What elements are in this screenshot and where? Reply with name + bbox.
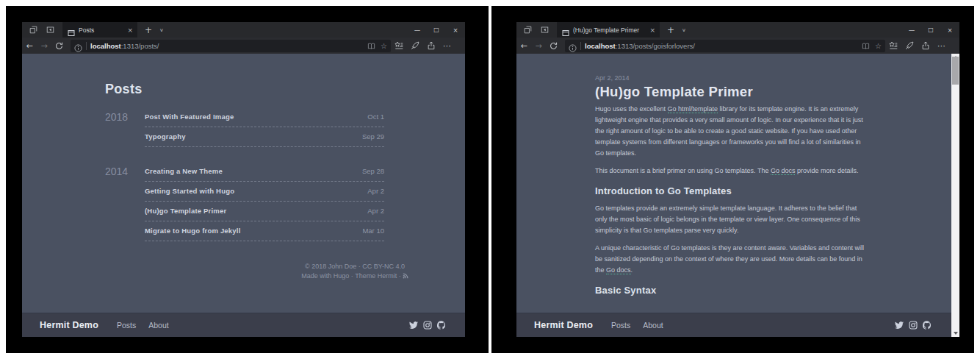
article-date: Apr 2, 2014 [595, 73, 868, 84]
post-link[interactable]: Creating a New Theme Sep 28 [145, 162, 384, 182]
article-title: (Hu)go Template Primer [595, 86, 868, 97]
reading-view-icon[interactable] [862, 42, 870, 50]
browser-window-posts: Posts × + ∨ — □ × ← → localhost:1313/pos… [22, 22, 465, 337]
nav-link-about[interactable]: About [148, 321, 168, 330]
window-controls: — □ × [408, 22, 465, 38]
more-options-icon[interactable]: ⋯ [934, 41, 950, 51]
nav-link-about[interactable]: About [643, 321, 663, 330]
paragraph: Go templates provide an extremely simple… [595, 203, 868, 236]
group-year: 2014 [105, 162, 145, 241]
vertical-scrollbar[interactable] [951, 54, 959, 337]
favorites-hub-icon[interactable] [391, 41, 407, 50]
paragraph: This document is a brief primer on using… [595, 166, 868, 177]
posts-page: Posts 2018 Post With Featured Image Oct … [22, 54, 465, 337]
share-icon[interactable] [423, 41, 439, 50]
github-icon[interactable] [437, 321, 446, 330]
set-tabs-aside-icon[interactable] [27, 25, 39, 35]
web-notes-pen-icon[interactable] [407, 41, 423, 50]
post-link[interactable]: (Hu)go Template Primer Apr 2 [145, 202, 384, 221]
forward-button[interactable]: → [37, 41, 51, 51]
tab-list-chevron-icon[interactable]: ∨ [682, 27, 686, 32]
maximize-button[interactable]: □ [921, 22, 940, 38]
rss-icon[interactable] [403, 272, 408, 278]
tab-title: (Hu)go Template Primer [573, 26, 646, 34]
post-group-2018: 2018 Post With Featured Image Oct 1 Typo… [105, 107, 384, 147]
site-brand-link[interactable]: Hermit Demo [534, 320, 593, 330]
close-window-button[interactable]: × [940, 22, 959, 38]
site-nav-bar: Hermit Demo Posts About [22, 313, 465, 337]
browser-tab[interactable]: (Hu)go Template Primer × [557, 22, 660, 38]
tab-bar: Posts × + ∨ — □ × [22, 22, 465, 38]
tab-list-chevron-icon[interactable]: ∨ [159, 27, 164, 32]
browser-tab[interactable]: Posts × [62, 22, 137, 38]
close-window-button[interactable]: × [446, 22, 465, 38]
minimize-button[interactable]: — [408, 22, 427, 38]
new-tab-button[interactable]: + [145, 25, 152, 35]
divider [86, 42, 87, 50]
site-info-icon[interactable] [569, 42, 577, 50]
favorites-hub-icon[interactable] [885, 41, 901, 50]
made-with-line: Made with Hugo · Theme Hermit · [193, 271, 465, 281]
tabs-preview-icon[interactable] [538, 25, 550, 35]
article-page: Apr 2, 2014 (Hu)go Template Primer Hugo … [516, 54, 959, 337]
page-title: Posts [105, 82, 384, 97]
github-icon[interactable] [923, 321, 932, 330]
set-tabs-aside-icon[interactable] [522, 25, 533, 35]
forward-button[interactable]: → [531, 41, 546, 51]
post-link[interactable]: Getting Started with Hugo Apr 2 [145, 182, 384, 202]
nav-link-posts[interactable]: Posts [117, 321, 136, 330]
url-text: localhost:1313/posts/goisforlovers/ [585, 42, 857, 50]
paragraph: Hugo uses the excellent Go html/template… [595, 104, 868, 159]
site-footer: © 2018 John Doe · CC BY-NC 4.0 Made with… [193, 262, 465, 281]
copyright-line: © 2018 John Doe · CC BY-NC 4.0 [193, 262, 465, 271]
site-nav-bar: Hermit Demo Posts About [516, 313, 959, 337]
paragraph: A unique characteristic of Go templates … [595, 243, 868, 276]
minimize-button[interactable]: — [902, 22, 921, 38]
new-tab-button[interactable]: + [667, 25, 674, 35]
back-button[interactable]: ← [22, 41, 37, 51]
post-link[interactable]: Migrate to Hugo from Jekyll Mar 10 [145, 221, 384, 241]
url-text: localhost:1313/posts/ [90, 42, 362, 50]
tab-title: Posts [79, 26, 123, 34]
twitter-icon[interactable] [895, 321, 904, 330]
instagram-icon[interactable] [423, 321, 432, 330]
go-html-template-link[interactable]: Go html/template [668, 105, 718, 113]
add-favorite-star-icon[interactable]: ☆ [875, 42, 882, 50]
section-heading-basic-syntax: Basic Syntax [595, 285, 868, 296]
close-tab-icon[interactable]: × [127, 26, 133, 34]
window-controls: — □ × [902, 22, 959, 38]
more-options-icon[interactable]: ⋯ [439, 41, 455, 51]
browser-toolbar: ← → localhost:1313/posts/ ☆ ⋯ [22, 38, 465, 54]
instagram-icon[interactable] [909, 321, 918, 330]
maximize-button[interactable]: □ [427, 22, 446, 38]
refresh-button[interactable] [546, 41, 561, 50]
browser-window-article: (Hu)go Template Primer × + ∨ — □ × ← → l… [516, 22, 959, 337]
scrollbar-thumb[interactable] [952, 57, 959, 85]
tab-bar: (Hu)go Template Primer × + ∨ — □ × [516, 22, 959, 38]
post-group-2014: 2014 Creating a New Theme Sep 28 Getting… [105, 162, 384, 241]
section-heading-introduction: Introduction to Go Templates [595, 185, 868, 196]
site-brand-link[interactable]: Hermit Demo [40, 320, 98, 330]
browser-toolbar: ← → localhost:1313/posts/goisforlovers/ … [516, 38, 959, 54]
go-docs-link[interactable]: Go docs [606, 266, 631, 274]
web-notes-pen-icon[interactable] [901, 41, 918, 50]
go-docs-link[interactable]: Go docs [771, 167, 796, 175]
site-info-icon[interactable] [74, 42, 82, 50]
tabs-preview-icon[interactable] [44, 25, 56, 35]
twitter-icon[interactable] [409, 321, 418, 330]
group-year: 2018 [105, 107, 145, 147]
address-bar[interactable]: localhost:1313/posts/ ☆ [71, 40, 391, 52]
divider [580, 42, 581, 50]
close-tab-icon[interactable]: × [649, 26, 655, 34]
address-bar[interactable]: localhost:1313/posts/goisforlovers/ ☆ [565, 40, 885, 52]
post-link[interactable]: Typography Sep 29 [145, 127, 384, 147]
nav-link-posts[interactable]: Posts [611, 321, 630, 330]
scroll-down-icon[interactable] [954, 332, 958, 335]
back-button[interactable]: ← [516, 41, 531, 51]
refresh-button[interactable] [51, 41, 66, 50]
post-link[interactable]: Post With Featured Image Oct 1 [145, 107, 384, 127]
reading-view-icon[interactable] [367, 42, 375, 50]
share-icon[interactable] [918, 41, 934, 50]
add-favorite-star-icon[interactable]: ☆ [381, 42, 387, 50]
page-favicon-icon [562, 26, 569, 34]
